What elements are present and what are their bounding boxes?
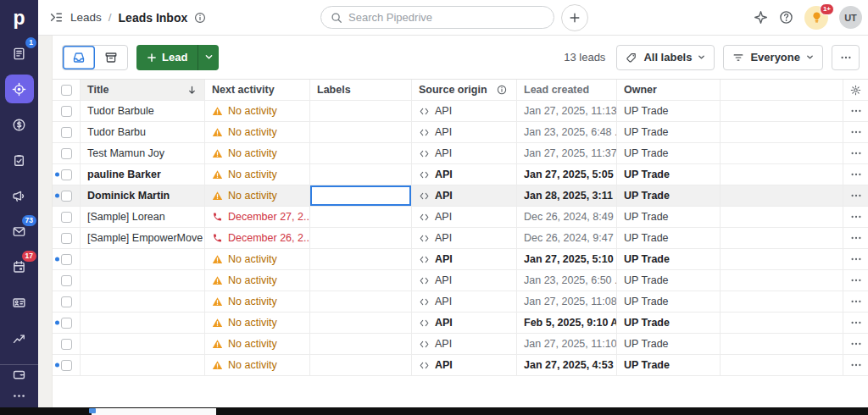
labels-cell[interactable] <box>310 249 412 269</box>
table-row[interactable]: No activityAPIJan 27, 2025, 5:10 ...UP T… <box>53 249 868 270</box>
row-menu-button[interactable] <box>843 270 868 290</box>
table-row[interactable]: No activityAPIFeb 5, 2025, 9:10 AMUP Tra… <box>53 313 868 334</box>
labels-cell[interactable] <box>310 334 412 354</box>
sidebar-item-deals[interactable] <box>0 107 38 142</box>
archive-view-button[interactable] <box>95 46 127 69</box>
lead-title-cell[interactable] <box>81 355 205 375</box>
next-activity-cell[interactable]: No activity <box>205 334 310 354</box>
next-activity-cell[interactable]: No activity <box>205 313 310 333</box>
row-menu-button[interactable] <box>843 207 868 227</box>
next-activity-cell[interactable]: No activity <box>205 101 310 121</box>
lead-title-cell[interactable] <box>81 313 205 333</box>
select-all-checkbox[interactable] <box>61 85 72 96</box>
lead-title-cell[interactable] <box>81 334 205 354</box>
row-select-cell[interactable] <box>53 249 81 269</box>
column-header-labels[interactable]: Labels <box>310 80 412 100</box>
row-checkbox[interactable] <box>61 254 72 265</box>
next-activity-cell[interactable]: No activity <box>205 122 310 142</box>
row-select-cell[interactable] <box>53 291 81 312</box>
row-menu-button[interactable] <box>843 185 868 206</box>
labels-cell[interactable] <box>310 185 412 206</box>
lead-title-cell[interactable]: Tudor Barbule <box>81 101 205 121</box>
row-checkbox[interactable] <box>61 360 72 371</box>
labels-filter-button[interactable]: All labels <box>616 45 715 70</box>
lead-title-cell[interactable]: Test Mamun Joy <box>81 143 205 163</box>
toolbar-more-button[interactable] <box>832 45 860 70</box>
help-icon[interactable] <box>779 10 793 25</box>
labels-cell[interactable] <box>310 122 412 142</box>
sidebar-item-insights[interactable] <box>0 320 38 356</box>
column-header-lead-created[interactable]: Lead created <box>517 80 617 100</box>
row-menu-button[interactable] <box>843 291 868 312</box>
select-all-cell[interactable] <box>53 80 81 100</box>
sidebar-item-mail[interactable]: 73 <box>0 213 38 249</box>
info-icon[interactable] <box>497 85 507 95</box>
row-checkbox[interactable] <box>61 169 72 180</box>
row-checkbox[interactable] <box>61 339 72 350</box>
lead-title-cell[interactable] <box>81 291 205 312</box>
column-header-owner[interactable]: Owner <box>617 80 721 100</box>
sidebar-item-contacts[interactable] <box>0 285 38 320</box>
next-activity-cell[interactable]: No activity <box>205 164 310 185</box>
table-row[interactable]: No activityAPIJan 27, 2025, 11:10 ...UP … <box>53 334 868 355</box>
breadcrumb-section[interactable]: Leads <box>70 11 102 24</box>
labels-cell[interactable] <box>310 228 412 248</box>
row-checkbox[interactable] <box>61 233 72 244</box>
row-checkbox[interactable] <box>61 148 72 159</box>
row-menu-button[interactable] <box>843 143 868 163</box>
next-activity-cell[interactable]: No activity <box>205 249 310 269</box>
row-select-cell[interactable] <box>53 164 81 185</box>
lead-title-cell[interactable] <box>81 249 205 269</box>
row-checkbox[interactable] <box>61 296 72 307</box>
row-checkbox[interactable] <box>61 127 72 138</box>
sidebar-item-activities[interactable]: 17 <box>0 249 38 285</box>
next-activity-cell[interactable]: No activity <box>205 291 310 312</box>
add-lead-dropdown-button[interactable] <box>198 45 219 70</box>
sidebar-item-leads[interactable] <box>0 71 38 107</box>
row-checkbox[interactable] <box>61 275 72 286</box>
row-menu-button[interactable] <box>843 313 868 333</box>
row-menu-button[interactable] <box>843 334 868 354</box>
labels-cell[interactable] <box>310 270 412 290</box>
row-checkbox[interactable] <box>61 106 72 117</box>
table-row[interactable]: [Sample] EmpowerMoveDecember 26, 2...API… <box>53 228 868 249</box>
labels-cell[interactable] <box>310 313 412 333</box>
lead-title-cell[interactable]: [Sample] Lorean <box>81 207 205 227</box>
row-select-cell[interactable] <box>53 185 81 206</box>
column-settings-button[interactable] <box>843 80 868 100</box>
lead-title-cell[interactable]: pauline Barker <box>81 164 205 185</box>
next-activity-cell[interactable]: No activity <box>205 143 310 163</box>
sidebar-item-campaigns[interactable] <box>0 178 38 213</box>
column-header-next-activity[interactable]: Next activity <box>205 80 310 100</box>
sidebar-item-projects[interactable] <box>0 142 38 178</box>
table-row[interactable]: Tudor BarbuleNo activityAPIJan 27, 2025,… <box>53 101 868 122</box>
table-row[interactable]: [Sample] LoreanDecember 27, 2...APIDec 2… <box>53 207 868 228</box>
search-bar[interactable] <box>320 6 554 29</box>
next-activity-cell[interactable]: December 27, 2... <box>205 207 310 227</box>
labels-cell[interactable] <box>310 355 412 375</box>
labels-cell[interactable] <box>310 291 412 312</box>
table-row[interactable]: No activityAPIJan 27, 2025, 4:53 ...UP T… <box>53 355 868 376</box>
info-icon[interactable] <box>194 12 206 24</box>
labels-cell[interactable] <box>310 164 412 185</box>
row-select-cell[interactable] <box>53 270 81 290</box>
labels-cell[interactable] <box>310 101 412 121</box>
row-checkbox[interactable] <box>61 191 72 202</box>
table-row[interactable]: pauline BarkerNo activityAPIJan 27, 2025… <box>53 164 868 185</box>
row-select-cell[interactable] <box>53 228 81 248</box>
row-select-cell[interactable] <box>53 355 81 375</box>
row-select-cell[interactable] <box>53 207 81 227</box>
row-checkbox[interactable] <box>61 318 72 329</box>
lead-title-cell[interactable] <box>81 270 205 290</box>
table-row[interactable]: Test Mamun JoyNo activityAPIJan 27, 2025… <box>53 143 868 164</box>
row-menu-button[interactable] <box>843 101 868 121</box>
row-menu-button[interactable] <box>843 355 868 375</box>
table-row[interactable]: No activityAPIJan 27, 2025, 11:08 ...UP … <box>53 291 868 313</box>
next-activity-cell[interactable]: No activity <box>205 355 310 375</box>
table-row[interactable]: No activityAPIJan 23, 2025, 6:50 ...UP T… <box>53 270 868 291</box>
row-select-cell[interactable] <box>53 334 81 354</box>
labels-cell[interactable] <box>310 143 412 163</box>
table-row[interactable]: Dominick MartinNo activityAPIJan 28, 202… <box>53 185 868 207</box>
lead-title-cell[interactable]: Tudor Barbu <box>81 122 205 142</box>
table-row[interactable]: Tudor BarbuNo activityAPIJan 23, 2025, 6… <box>53 122 868 143</box>
